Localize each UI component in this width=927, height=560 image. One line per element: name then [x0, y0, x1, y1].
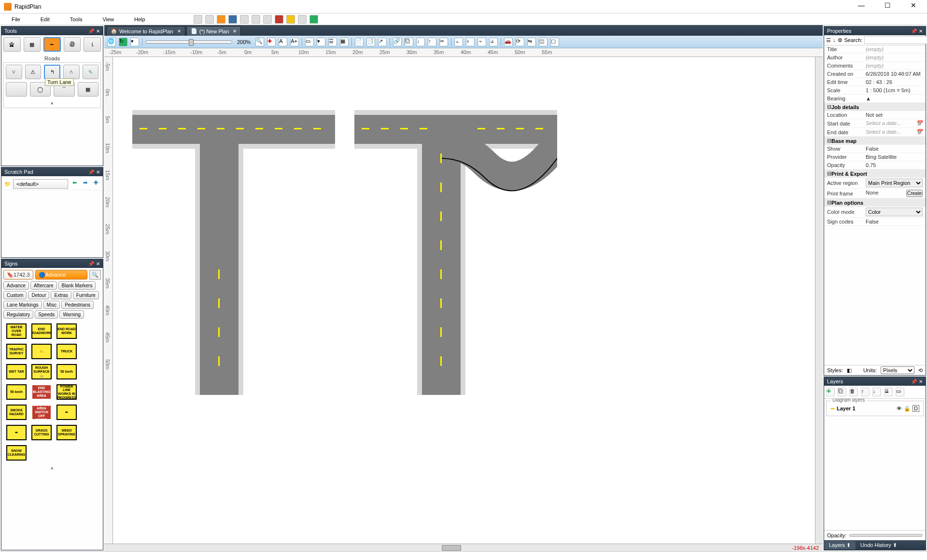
tab-welcome[interactable]: 🏠 Welcome to RapidPlan✕	[106, 26, 185, 36]
ctb-pages-icon[interactable]: 📑	[366, 38, 375, 46]
ctb-list-icon[interactable]: ☰	[328, 38, 337, 46]
property-value[interactable]: 02 : 43 : 26	[866, 79, 923, 85]
layer-down-icon[interactable]: ↓	[872, 388, 881, 396]
sign-item[interactable]: ➡	[6, 425, 27, 440]
tab-new-plan[interactable]: 📄 (*) New Plan✕	[186, 26, 241, 36]
layer-visible-icon[interactable]: 👁	[897, 406, 902, 411]
sign-category[interactable]: Misc	[43, 301, 60, 309]
property-value[interactable]: (empty)	[866, 63, 923, 69]
sign-category[interactable]: Pedestrians	[61, 301, 94, 309]
ctb-grid-icon[interactable]: ▦	[340, 38, 349, 46]
section-job-details[interactable]: Job details	[824, 103, 926, 111]
ctb-group-icon[interactable]: ⿻	[405, 38, 413, 46]
property-value[interactable]: 1 : 500 (1cm = 5m)	[866, 87, 923, 93]
window-close[interactable]: ✕	[904, 1, 923, 12]
ctb-toggle-b-icon[interactable]: ▾	[317, 38, 325, 46]
layer-up-icon[interactable]: ↑	[861, 388, 870, 396]
menu-edit[interactable]: Edit	[32, 15, 58, 23]
tb-pagesetup-icon[interactable]	[252, 15, 260, 24]
ctb-globe-icon[interactable]: 🌐	[107, 38, 116, 46]
property-value[interactable]: Select a date... 📅	[866, 120, 923, 126]
tool-road-speed[interactable]: ㊵	[64, 37, 81, 52]
pin-icon[interactable]: 📌	[911, 379, 917, 384]
tab-undo-history[interactable]: Undo History ⬆	[856, 541, 902, 549]
sign-category[interactable]: Lane Markings	[3, 301, 42, 309]
sign-category[interactable]: Speeds	[35, 310, 58, 319]
ctb-crosshair-icon[interactable]: ✚	[267, 38, 276, 46]
sign-item[interactable]: POWER LINE WORKS IN PROGRESS	[56, 384, 77, 400]
tb-wizard-icon[interactable]	[298, 15, 307, 24]
close-icon[interactable]: ✕	[96, 169, 100, 175]
property-value[interactable]: Color	[866, 208, 923, 216]
tool-road-arc[interactable]: ⤹	[84, 37, 101, 52]
window-maximize[interactable]: ☐	[878, 1, 897, 12]
property-value[interactable]: Select a date... 📅	[866, 129, 923, 135]
close-icon[interactable]: ✕	[96, 261, 100, 266]
sign-item[interactable]: END ROADWORK	[31, 323, 52, 339]
ctb-dropdown-icon[interactable]: ▾	[130, 38, 139, 46]
signs-version[interactable]: 🔖 1742.3	[3, 270, 33, 280]
layer-print-icon[interactable]: D	[913, 405, 919, 412]
property-value[interactable]: False	[866, 146, 923, 152]
sign-item[interactable]: SMOKE HAZARD	[6, 405, 27, 420]
scratchpad-back[interactable]: ⬅	[70, 180, 79, 188]
tb-new-icon[interactable]	[194, 15, 202, 24]
property-value[interactable]: NoneCreate	[866, 190, 923, 197]
section-plan[interactable]: Plan options	[824, 198, 926, 207]
tool-lane-merge[interactable]: ⑃	[63, 65, 80, 79]
opacity-slider[interactable]	[849, 534, 923, 537]
sign-category[interactable]: Regulatory	[3, 310, 33, 319]
scratchpad-selector[interactable]: <default>	[13, 179, 68, 189]
ctb-page-icon[interactable]: 📄	[355, 38, 364, 46]
ctb-text-icon[interactable]: A	[279, 38, 287, 46]
pin-icon[interactable]: 📌	[911, 28, 917, 34]
layer-merge-icon[interactable]: ⇊	[884, 388, 893, 396]
tool-road-grid[interactable]: ▦	[24, 37, 41, 52]
window-minimize[interactable]: —	[852, 1, 871, 12]
layer-add-icon[interactable]: ✚	[826, 388, 835, 396]
filter-icon[interactable]: ⚙	[838, 37, 843, 43]
layer-dup-icon[interactable]: ⿻	[838, 388, 846, 396]
tb-open-icon[interactable]	[205, 15, 214, 24]
menu-file[interactable]: File	[3, 15, 29, 23]
ctb-front-icon[interactable]: ↑	[428, 38, 436, 46]
sign-item[interactable]: END BLASTING AREA	[31, 384, 52, 400]
layer-flat-icon[interactable]: ▭	[896, 388, 904, 396]
property-value[interactable]: Main Print Region	[866, 179, 923, 187]
property-value[interactable]: 6/28/2018 10:48:07 AM	[866, 71, 923, 77]
signs-search-icon[interactable]: 🔍	[89, 270, 101, 280]
ctb-alignr-icon[interactable]: ⫟	[478, 38, 486, 46]
sign-item[interactable]: WATER OVER ROAD	[6, 323, 27, 339]
tool-blank[interactable]	[6, 82, 27, 97]
tool-lane-split[interactable]: ⑂	[6, 65, 22, 79]
sign-item[interactable]: ↑↓	[31, 344, 52, 359]
scratchpad-add[interactable]: ✚	[91, 180, 100, 188]
ctb-link-icon[interactable]: 🔗	[393, 38, 402, 46]
close-icon[interactable]: ✕	[919, 28, 923, 34]
property-value[interactable]: Bing Satellite	[866, 154, 923, 160]
property-value[interactable]: (empty)	[866, 46, 923, 52]
tb-save-icon[interactable]	[228, 15, 237, 24]
ctb-cut-icon[interactable]: ✂	[439, 38, 448, 46]
sign-item[interactable]: ⬅	[56, 405, 77, 420]
sign-category[interactable]: Aftercare	[30, 281, 57, 290]
tab-close-icon[interactable]: ✕	[233, 28, 237, 34]
sign-item[interactable]: GRASS CUTTING	[31, 425, 52, 440]
tb-saveall-icon[interactable]	[217, 15, 225, 24]
pin-icon[interactable]: 📌	[88, 169, 94, 175]
pin-icon[interactable]: 📌	[88, 261, 94, 266]
sign-category[interactable]: Furniture	[73, 291, 99, 299]
sign-item[interactable]: WET TAR	[6, 364, 27, 379]
sign-category[interactable]: Detour	[28, 291, 49, 299]
menu-tools[interactable]: Tools	[61, 15, 91, 23]
sign-item[interactable]: 50 km/h	[6, 384, 27, 400]
sort-icon[interactable]: ↓	[833, 37, 836, 43]
sign-category[interactable]: Extras	[51, 291, 71, 299]
tb-export-icon[interactable]	[263, 15, 272, 24]
close-icon[interactable]: ✕	[96, 28, 100, 34]
scrollbar-horizontal[interactable]: -198x-4142	[104, 544, 823, 551]
canvas[interactable]	[113, 57, 815, 544]
ctb-rotate-icon[interactable]: ⟳	[516, 38, 524, 46]
tb-delete-icon[interactable]	[275, 15, 283, 24]
sign-item[interactable]: END ROAD WORK	[56, 323, 77, 339]
